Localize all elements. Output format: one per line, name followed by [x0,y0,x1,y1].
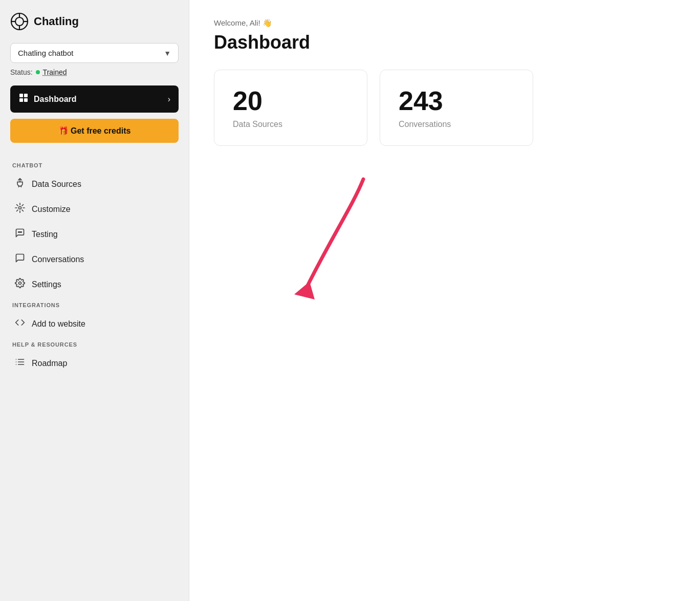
svg-point-12 [19,232,20,233]
sidebar-item-customize[interactable]: Customize [10,197,179,222]
section-label-help: HELP & RESOURCES [10,341,179,348]
status-label-text: Status: [10,68,33,76]
page-title: Dashboard [214,32,675,53]
stat-card-data-sources: 20 Data Sources [214,70,367,146]
customize-label: Customize [32,205,71,214]
svg-point-10 [19,207,21,209]
status-trained-text[interactable]: Trained [43,68,67,76]
app-name: Chatling [34,15,79,28]
sidebar-item-settings[interactable]: Settings [10,272,179,297]
status-indicator [36,70,40,74]
stat-label-data-sources: Data Sources [233,120,348,129]
sidebar-item-add-to-website[interactable]: Add to website [10,311,179,336]
stat-number-conversations: 243 [399,87,514,116]
section-label-chatbot: CHATBOT [10,162,179,168]
stat-label-conversations: Conversations [399,120,514,129]
svg-marker-21 [294,282,315,299]
logo-area: Chatling [10,12,179,31]
settings-label: Settings [32,280,61,289]
svg-rect-7 [24,94,28,97]
dashboard-icon [18,93,29,105]
customize-icon [14,203,26,216]
svg-rect-6 [19,94,23,97]
svg-rect-8 [19,98,23,102]
testing-icon [14,228,26,241]
status-row: Status: Trained [10,68,179,76]
nav-item-dashboard[interactable]: Dashboard › [10,85,179,113]
stat-card-conversations: 243 Conversations [380,70,533,146]
svg-point-1 [15,17,24,26]
get-free-credits-button[interactable]: 🎁 Get free credits [10,119,179,143]
conversations-label: Conversations [32,255,84,264]
chatbot-name: Chatling chatbot [18,49,73,57]
svg-point-11 [18,232,19,233]
sidebar-item-testing[interactable]: Testing [10,222,179,247]
svg-point-14 [19,282,21,285]
arrow-annotation [220,164,384,340]
roadmap-icon [14,357,26,370]
dashboard-nav-left: Dashboard [18,93,77,105]
chatbot-selector[interactable]: Chatling chatbot ▼ [10,43,179,63]
sidebar-item-data-sources[interactable]: Data Sources [10,171,179,197]
main-content: Welcome, Ali! 👋 Dashboard 20 Data Source… [189,0,700,601]
add-to-website-label: Add to website [32,319,85,329]
sidebar: Chatling Chatling chatbot ▼ Status: Trai… [0,0,189,601]
svg-point-13 [21,232,22,233]
welcome-text: Welcome, Ali! 👋 [214,18,675,28]
svg-rect-9 [24,98,28,102]
annotation-arrow-svg [220,164,384,338]
dashboard-arrow-icon: › [168,95,170,104]
plug-icon [14,178,26,190]
stats-grid: 20 Data Sources 243 Conversations [214,70,675,146]
sidebar-item-roadmap[interactable]: Roadmap [10,351,179,376]
conversations-icon [14,253,26,266]
stat-number-data-sources: 20 [233,87,348,116]
chatling-logo-icon [10,12,29,31]
data-sources-label: Data Sources [32,180,81,189]
sidebar-item-conversations[interactable]: Conversations [10,247,179,272]
roadmap-label: Roadmap [32,359,67,368]
section-label-integrations: INTEGRATIONS [10,302,179,308]
chevron-down-icon: ▼ [164,49,171,57]
settings-icon [14,278,26,291]
dashboard-label: Dashboard [34,95,77,104]
code-icon [14,317,26,330]
testing-label: Testing [32,230,58,239]
